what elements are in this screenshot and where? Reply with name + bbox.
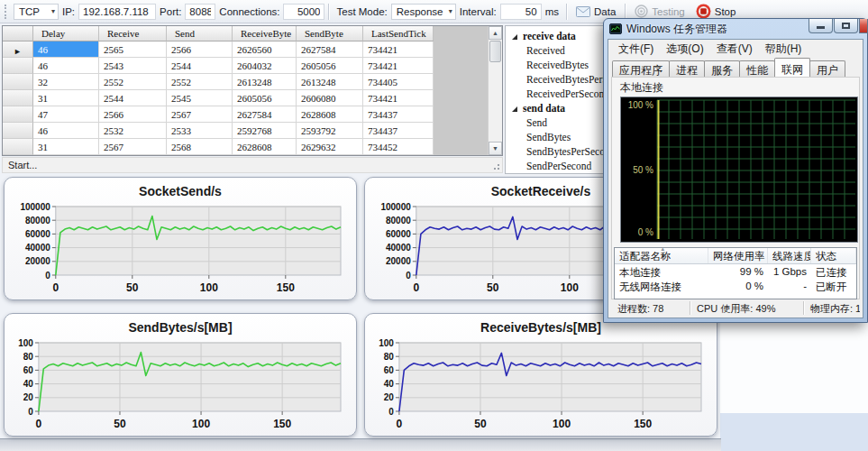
menu-item[interactable]: 查看(V) — [710, 41, 759, 57]
tab-用户[interactable]: 用户 — [809, 60, 845, 77]
close-button[interactable] — [859, 19, 868, 33]
grid-cell[interactable]: 2565 — [99, 41, 167, 58]
grid-column-header[interactable]: ReceiveByte — [233, 26, 297, 41]
grid-cell[interactable]: 2567 — [99, 139, 167, 155]
interval-input[interactable] — [500, 4, 542, 20]
minimize-button[interactable] — [809, 19, 833, 33]
row-header-cell[interactable] — [3, 123, 33, 139]
grid-cell[interactable]: 2544 — [167, 58, 233, 74]
tree-item[interactable]: SendPerSecond — [506, 159, 609, 173]
resize-grip[interactable] — [490, 161, 499, 170]
grid-cell[interactable]: 31 — [33, 139, 99, 155]
grid-scrollbar[interactable]: ▲ ▼ — [488, 26, 502, 155]
grid-cell[interactable]: 2628608 — [233, 139, 297, 155]
tab-进程[interactable]: 进程 — [669, 60, 705, 77]
grid-cell[interactable]: 2627584 — [233, 106, 297, 123]
grid-cell[interactable]: 2604032 — [233, 58, 297, 74]
menu-item[interactable]: 文件(F) — [612, 41, 660, 57]
tab-服务[interactable]: 服务 — [704, 60, 740, 77]
tm-menubar: 文件(F)选项(O)查看(V)帮助(H) — [608, 40, 863, 58]
grid-cell[interactable]: 2629632 — [297, 139, 363, 155]
grid-cell[interactable]: 2533 — [167, 123, 233, 139]
scroll-up-icon[interactable]: ▲ — [489, 26, 502, 40]
grid-column-header[interactable]: Delay — [33, 26, 99, 41]
grid-cell[interactable]: 2543 — [99, 58, 167, 74]
grid-cell[interactable]: 734437 — [363, 123, 434, 139]
scroll-thumb[interactable] — [489, 41, 501, 62]
maximize-button[interactable] — [834, 19, 858, 33]
menu-item[interactable]: 帮助(H) — [759, 41, 809, 57]
grid-cell[interactable]: 734437 — [363, 106, 434, 123]
grid-cell[interactable]: 2545 — [167, 90, 233, 106]
grid-cell[interactable]: 2605056 — [233, 90, 297, 106]
grid-cell[interactable]: 2605056 — [297, 58, 363, 74]
grid-cell[interactable]: 2613248 — [233, 74, 297, 90]
grid-cell[interactable]: 734405 — [363, 74, 434, 90]
grid-cell[interactable]: 2552 — [167, 74, 233, 90]
tm-column-header[interactable]: 状态 — [811, 248, 856, 263]
grid-cell[interactable]: 2568 — [167, 139, 233, 155]
tree-item[interactable]: Received — [506, 43, 609, 58]
tab-性能[interactable]: 性能 — [739, 60, 775, 77]
row-header-cell[interactable]: ► — [3, 41, 33, 58]
tm-titlebar[interactable]: Windows 任务管理器 — [604, 19, 867, 39]
grid-cell[interactable]: 2566 — [99, 106, 167, 123]
tab-联网[interactable]: 联网 — [774, 58, 810, 77]
grid-cell[interactable]: 2592768 — [233, 123, 297, 139]
port-input[interactable] — [185, 4, 215, 20]
grid-cell[interactable]: 2627584 — [297, 41, 363, 58]
tree-item[interactable]: SendBytesPerSecond — [506, 144, 609, 159]
tree-item[interactable]: SendBytes — [506, 130, 609, 144]
row-header-cell[interactable] — [3, 139, 33, 155]
grid-column-header[interactable]: Receive — [99, 26, 167, 41]
tree-item[interactable]: ReceivedPerSecond — [506, 87, 609, 101]
grid-cell[interactable]: 734421 — [363, 58, 434, 74]
grid-cell[interactable]: 734421 — [363, 41, 434, 58]
grid-column-header[interactable]: LastSendTick — [363, 26, 434, 41]
grid-cell[interactable]: 2566 — [167, 41, 233, 58]
grid-cell[interactable]: 2532 — [99, 123, 167, 139]
grid-cell[interactable]: 2552 — [99, 74, 167, 90]
grid-cell[interactable]: 2567 — [167, 106, 233, 123]
grid-cell[interactable]: 734421 — [363, 90, 434, 106]
row-header-cell[interactable] — [3, 106, 33, 123]
grid-cell[interactable]: 2628608 — [297, 106, 363, 123]
row-header-cell[interactable] — [3, 74, 33, 90]
connections-input[interactable] — [283, 4, 324, 20]
grid-corner-cell[interactable] — [3, 26, 33, 41]
tree-group[interactable]: send data — [506, 101, 609, 115]
tree-item[interactable]: ReceivedBytesPerSecond — [506, 72, 609, 87]
tm-column-header[interactable]: 线路速度 — [768, 248, 811, 263]
menu-item[interactable]: 选项(O) — [660, 41, 709, 57]
tree-item[interactable]: ReceivedBytes — [506, 58, 609, 72]
table-row[interactable]: 无线网络连接0 %-已断开 — [615, 279, 856, 293]
table-row[interactable]: 本地连接99 %1 Gbps已连接 — [615, 264, 856, 279]
tab-应用程序[interactable]: 应用程序 — [612, 60, 670, 77]
grid-cell[interactable]: 46 — [33, 123, 99, 139]
grid-cell[interactable]: 46 — [33, 58, 99, 74]
tm-column-header[interactable]: 适配器名称▴ — [615, 248, 708, 263]
row-header-cell[interactable] — [3, 58, 33, 74]
data-button[interactable]: Data — [571, 4, 621, 20]
tree-group[interactable]: receive data — [506, 29, 609, 43]
toolbar-grip[interactable] — [5, 5, 9, 19]
grid-column-header[interactable]: Send — [167, 26, 233, 41]
test-mode-combobox[interactable]: Response ▾ — [391, 4, 456, 20]
grid-cell[interactable]: 46 — [33, 41, 99, 58]
grid-cell[interactable]: 2593792 — [297, 123, 363, 139]
grid-cell[interactable]: 2626560 — [233, 41, 297, 58]
grid-cell[interactable]: 31 — [33, 90, 99, 106]
row-header-cell[interactable] — [3, 90, 33, 106]
grid-cell[interactable]: 2544 — [99, 90, 167, 106]
grid-cell[interactable]: 2606080 — [297, 90, 363, 106]
tree-item[interactable]: Send — [506, 115, 609, 130]
scroll-down-icon[interactable]: ▼ — [489, 142, 502, 155]
grid-cell[interactable]: 32 — [33, 74, 99, 90]
protocol-combobox[interactable]: TCP ▾ — [14, 4, 59, 20]
grid-column-header[interactable]: SendByte — [297, 26, 363, 41]
tm-column-header[interactable]: 网络使用率 — [708, 248, 768, 263]
grid-cell[interactable]: 734452 — [363, 139, 434, 155]
grid-cell[interactable]: 2613248 — [297, 74, 363, 90]
grid-cell[interactable]: 47 — [33, 106, 99, 123]
ip-input[interactable] — [78, 4, 156, 20]
